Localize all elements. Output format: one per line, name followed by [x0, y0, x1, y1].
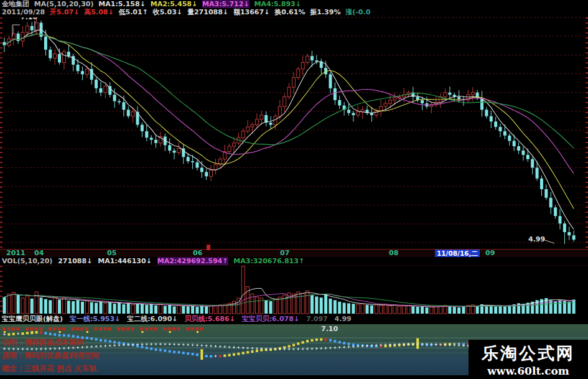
- note-line-2: 原理：筹码对比换盘利润空间: [2, 349, 99, 362]
- note-line-3: 概念：三线开花 拐点 火车轨: [2, 362, 99, 375]
- high-value: 高5.08↓: [84, 8, 113, 16]
- note-line-1: 说明：博弈两条成本筹码: [2, 336, 99, 349]
- indicator-title: 宝宝鹰贝贝眼(解盘): [2, 315, 63, 323]
- vol-ma2-value: MA2:429692.594↑: [157, 257, 228, 265]
- date-axis-label: 04: [34, 250, 44, 257]
- low-price-annotation: 4.99: [528, 235, 545, 243]
- indicator-notes: 说明：博弈两条成本筹码 原理：筹码对比换盘利润空间 概念：三线开花 拐点 火车轨: [2, 336, 99, 375]
- quote-header: 金地集团 MA(5,10,20,30) MA1:5.158↓ MA2:5.458…: [0, 0, 332, 17]
- vol-ma3-value: MA3:320676.813↑: [233, 257, 304, 265]
- close-value: 收5.03↓: [153, 8, 182, 16]
- indicator-line1-value: 宝一线:5.953↓: [70, 315, 120, 323]
- open-value: 开5.07↓: [50, 8, 79, 16]
- ma2-value: MA2:5.458↓: [151, 0, 198, 8]
- volume-left-ruler: [0, 266, 2, 314]
- vol-params-label: VOL(5,10,20): [2, 257, 52, 265]
- watermark-url: www.60lt.com: [469, 365, 588, 377]
- ma4-value: MA4:5.893↓: [254, 0, 301, 8]
- date-axis-label: 05: [107, 250, 116, 257]
- main-candlestick-chart[interactable]: [0, 0, 588, 249]
- date-axis-label: 07: [280, 250, 289, 257]
- stock-chart-window: 金地集团 MA(5,10,20,30) MA1:5.158↓ MA2:5.458…: [0, 0, 588, 379]
- indicator-line3-value: 贝贝线:5.686↓: [184, 315, 235, 323]
- indicator-header: 宝宝鹰贝贝眼(解盘) 宝一线:5.953↓ 宝二线:6.090↓ 贝贝线:5.6…: [0, 314, 588, 324]
- watermark: 乐淘公式网 www.60lt.com: [469, 340, 588, 379]
- volume-value: 量271088↓: [187, 8, 228, 16]
- quote-date: 2011/09/28: [2, 8, 45, 16]
- indicator-line4-value: 宝宝贝贝:6.078↓: [242, 315, 299, 323]
- low-value: 低5.01↑: [119, 8, 148, 16]
- date-axis-label: 06: [193, 250, 202, 257]
- vol-current-value: 271088↓: [58, 257, 92, 265]
- amount-value: 额13667↓: [233, 8, 270, 16]
- right-price-ruler: [586, 17, 588, 248]
- date-axis-label: 2011: [6, 250, 26, 257]
- ma-params-label: MA(5,10,20,30): [34, 0, 94, 8]
- vol-ma1-value: MA1:446130↓: [98, 257, 152, 265]
- date-axis-label: 09: [485, 250, 495, 257]
- indicator-extra1-value: 7.097: [306, 315, 328, 323]
- ma3-value: MA3:5.712↓: [202, 0, 250, 8]
- ma1-value: MA1:5.158↓: [98, 0, 146, 8]
- indicator-extra2-value: 4.99: [335, 315, 352, 323]
- volume-header: VOL(5,10,20) 271088↓ MA1:446130↓ MA2:429…: [0, 257, 588, 265]
- amplitude-value: 振1.39%: [310, 8, 340, 16]
- change-value: 涨(-0.0: [345, 8, 370, 16]
- date-axis-label: 08: [389, 250, 398, 257]
- current-date-highlight: 11/08/16,二: [435, 250, 480, 257]
- stock-name[interactable]: 金地集团: [2, 0, 29, 8]
- watermark-title: 乐淘公式网: [469, 342, 588, 365]
- turnover-value: 换0.61%: [274, 8, 305, 16]
- indicator-line2-value: 宝二线:6.090↓: [127, 315, 177, 323]
- event-flag-icon: [207, 245, 210, 250]
- left-price-ruler: [0, 17, 2, 248]
- indicator-peak-annotation: 7.10: [321, 325, 338, 333]
